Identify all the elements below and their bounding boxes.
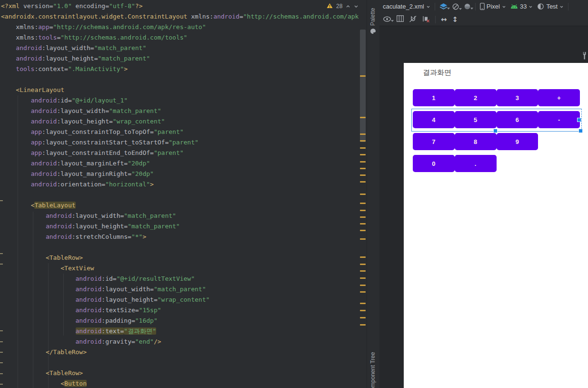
orientation-selector[interactable] <box>452 3 459 10</box>
warning-stripe-mark <box>360 270 366 272</box>
design-panel: caculate_2.xml <box>379 0 588 388</box>
warning-stripe-mark <box>360 303 366 304</box>
warning-stripe-mark <box>360 277 366 279</box>
warning-stripe-mark <box>360 174 366 176</box>
phone-preview-canvas[interactable]: 결과화면 123+456-7890. <box>404 63 588 388</box>
gutter-mark <box>0 264 3 265</box>
warning-stripe-mark <box>360 147 366 149</box>
design-surface-selector[interactable] <box>439 3 448 10</box>
warning-stripe-mark <box>360 210 366 211</box>
calc-button-+[interactable]: + <box>538 89 580 106</box>
code-line: android:layout_height="wrap_content" <box>1 116 367 127</box>
code-line <box>1 74 367 85</box>
warning-icon <box>327 3 333 10</box>
code-line: android:layout_width="match_parent" <box>1 106 367 116</box>
expand-vertical-button[interactable]: ↕ <box>452 15 458 24</box>
warning-stripe-mark <box>360 140 366 142</box>
warning-stripe-mark <box>360 203 366 204</box>
component-tree-tab[interactable]: Component Tree <box>369 352 376 388</box>
warning-count: 28 <box>336 3 342 10</box>
calc-button-7[interactable]: 7 <box>413 133 455 150</box>
selection-overlay[interactable] <box>411 109 582 132</box>
warning-stripe-mark <box>360 256 366 258</box>
resize-handle-bottom-right[interactable] <box>578 129 583 133</box>
chevron-down-icon <box>559 5 564 9</box>
gutter-mark <box>0 330 3 331</box>
warning-stripe-mark <box>360 317 366 318</box>
columns-icon <box>397 15 404 22</box>
prev-warning-button[interactable] <box>346 4 350 9</box>
autoconnect-off-button[interactable] <box>409 15 417 24</box>
scrollbar-thumb[interactable] <box>360 30 366 142</box>
resize-handle-bottom-center[interactable] <box>493 129 498 133</box>
tool-window-stripe: Palette Component Tree <box>367 0 380 388</box>
gutter-mark <box>0 384 3 385</box>
code-editor[interactable]: <?xml version="1.0" encoding="utf-8"?><a… <box>0 0 367 388</box>
calc-button-.[interactable]: . <box>455 155 497 172</box>
chevron-down-icon <box>426 5 430 9</box>
theme-icon <box>537 3 544 10</box>
code-line: <androidx.constraintlayout.widget.Constr… <box>1 11 367 22</box>
clear-constraints-button[interactable] <box>422 15 430 24</box>
theme-label: Test <box>546 3 558 10</box>
inspections-widget[interactable]: 28 <box>327 2 359 10</box>
device-label: Pixel <box>487 3 500 10</box>
calc-button-3[interactable]: 3 <box>497 89 538 106</box>
view-options-button[interactable] <box>383 16 391 22</box>
code-line: android:orientation="horizontal"> <box>1 179 367 190</box>
code-line: <TableLayout <box>1 200 367 211</box>
render-options-icon[interactable] <box>582 51 588 62</box>
indent-guide <box>63 274 64 336</box>
editor-scrollbar[interactable] <box>359 0 367 388</box>
code-line: <?xml version="1.0" encoding="utf-8"?> <box>1 1 367 11</box>
code-line: tools:context=".MainActivity"> <box>1 64 367 74</box>
code-line: android:id="@+id/layout_1" <box>1 95 367 106</box>
eye-icon <box>383 16 391 22</box>
code-line: android:layout_width="match_parent" <box>1 211 367 221</box>
calc-button-0[interactable]: 0 <box>413 155 455 172</box>
android-studio-layout-editor: <?xml version="1.0" encoding="utf-8"?><a… <box>0 0 588 388</box>
code-line: android:padding="16dp" <box>1 316 367 326</box>
code-line: xmlns:tools="http://schemas.android.com/… <box>1 32 367 43</box>
chevron-down-icon <box>502 5 506 9</box>
warning-stripe-mark <box>360 238 366 240</box>
code-text[interactable]: <?xml version="1.0" encoding="utf-8"?><a… <box>0 0 367 388</box>
layers-icon <box>439 3 448 10</box>
file-selector[interactable]: caculate_2.xml <box>383 3 430 10</box>
device-selector[interactable]: Pixel <box>480 3 506 10</box>
blueprint-columns-button[interactable] <box>397 15 404 23</box>
code-line: app:layout_constraintEnd_toEndOf="parent… <box>1 148 367 158</box>
calc-button-1[interactable]: 1 <box>413 89 455 106</box>
calc-button-8[interactable]: 8 <box>455 133 497 150</box>
expand-horizontal-button[interactable]: ↔ <box>441 15 447 24</box>
warning-stripe-mark <box>360 181 366 183</box>
design-surface[interactable]: 결과화면 123+456-7890. <box>379 26 588 388</box>
warning-stripe-mark <box>360 310 366 311</box>
code-line: app:layout_constraintTop_toTopOf="parent… <box>1 127 367 137</box>
indent-guide <box>33 212 33 388</box>
code-line: <TableRow> <box>1 368 367 378</box>
gutter-mark <box>0 253 3 254</box>
warning-stripe-mark <box>360 117 366 118</box>
next-warning-button[interactable] <box>354 4 359 9</box>
warning-stripe-mark <box>360 264 366 265</box>
guideline-delete-icon <box>422 15 430 22</box>
theme-selector[interactable]: Test <box>537 3 564 10</box>
button-row: 123+ <box>413 89 580 106</box>
code-line <box>1 242 367 253</box>
code-line: android:gravity="end"/> <box>1 337 367 347</box>
resize-handle-right-middle[interactable] <box>577 118 581 122</box>
horizontal-resize-icon: ↔ <box>441 15 447 24</box>
api-level-selector[interactable]: 33 <box>510 3 533 10</box>
calc-button-2[interactable]: 2 <box>455 89 497 106</box>
calc-button-9[interactable]: 9 <box>497 133 538 150</box>
palette-tab[interactable]: Palette <box>369 8 376 34</box>
vertical-resize-icon: ↕ <box>452 15 458 24</box>
no-rotation-icon <box>452 3 459 10</box>
warning-stripe-mark <box>360 230 366 231</box>
phone-icon <box>480 3 485 10</box>
night-mode-selector[interactable] <box>464 3 471 10</box>
warning-stripe-mark <box>360 75 366 77</box>
toolbar-divider <box>435 16 436 23</box>
result-textview[interactable]: 결과화면 <box>423 68 451 77</box>
